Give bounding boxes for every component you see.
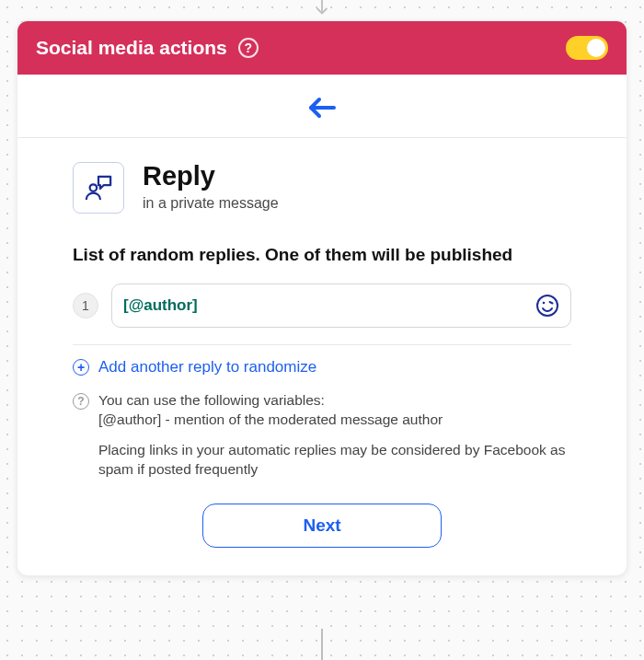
svg-point-4 — [543, 302, 546, 305]
svg-line-5 — [550, 302, 553, 304]
hint-line1: You can use the following variables: — [98, 392, 325, 408]
add-reply-link[interactable]: + Add another reply to randomize — [73, 358, 571, 376]
reply-input[interactable] — [123, 296, 526, 315]
emoji-icon[interactable] — [535, 294, 559, 318]
list-heading: List of random replies. One of them will… — [73, 245, 571, 265]
reply-input-container[interactable] — [111, 284, 571, 328]
hint-line3: Placing links in your automatic replies … — [98, 441, 571, 480]
add-reply-label: Add another reply to randomize — [98, 358, 316, 376]
bottom-connector-line — [321, 629, 323, 660]
panel-title: Social media actions — [36, 37, 227, 59]
row-index-badge: 1 — [73, 293, 98, 318]
reply-title: Reply — [143, 162, 279, 191]
plus-circle-icon: + — [73, 359, 89, 376]
next-button[interactable]: Next — [202, 504, 442, 548]
help-icon[interactable]: ? — [238, 38, 259, 58]
back-arrow-icon[interactable] — [306, 95, 338, 121]
svg-point-3 — [537, 295, 558, 316]
svg-point-2 — [90, 184, 98, 191]
hint-line2: [@author] - mention of the moderated mes… — [98, 411, 443, 427]
top-connector-arrow — [314, 0, 330, 20]
question-circle-icon: ? — [73, 393, 89, 410]
social-actions-panel: Social media actions ? Reply — [17, 20, 627, 576]
reply-header: Reply in a private message — [73, 162, 571, 214]
panel-topbar — [17, 75, 627, 138]
panel-header: Social media actions ? — [17, 21, 627, 75]
panel-toggle[interactable] — [566, 36, 608, 60]
reply-person-icon — [73, 162, 124, 214]
reply-row: 1 — [73, 284, 571, 328]
hint-block: ? You can use the following variables: [… — [73, 391, 571, 480]
reply-subtitle: in a private message — [143, 195, 279, 212]
